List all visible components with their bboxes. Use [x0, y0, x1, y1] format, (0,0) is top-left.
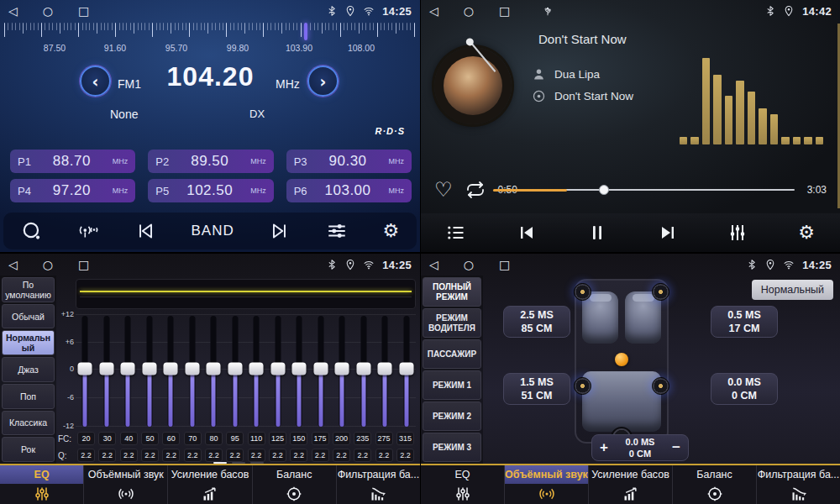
repeat-icon[interactable] — [465, 180, 486, 200]
favorite-heart-icon[interactable]: ♡ — [434, 180, 453, 200]
eq-band-slider[interactable] — [120, 314, 135, 428]
slider-thumb[interactable] — [164, 363, 178, 375]
eq-band-slider[interactable] — [142, 314, 157, 428]
sound-profile-button[interactable]: Нормальный — [752, 280, 833, 300]
recents-icon[interactable]: □ — [78, 259, 89, 270]
slider-thumb[interactable] — [335, 363, 349, 375]
previous-station-icon[interactable] — [134, 220, 156, 242]
tab-surround-sound[interactable]: Объёмный звук — [84, 465, 168, 504]
radio-preset-p5[interactable]: P5102.50MHz — [148, 179, 273, 202]
radio-preset-p4[interactable]: P497.20MHz — [10, 179, 135, 202]
listening-mode-button[interactable]: РЕЖИМ ВОДИТЕЛЯ — [423, 308, 481, 338]
back-icon[interactable]: ◁ — [8, 5, 18, 17]
previous-track-icon[interactable] — [517, 223, 537, 243]
seek-bar[interactable] — [530, 184, 795, 196]
eq-preset-button[interactable]: Нормальный — [2, 330, 55, 355]
back-icon[interactable]: ◁ — [8, 259, 18, 270]
rear-left-delay-badge[interactable]: 1.5 MS 51 CM — [503, 373, 570, 405]
eq-band-slider[interactable] — [291, 314, 307, 428]
radio-preset-p3[interactable]: P390.30MHz — [286, 150, 412, 173]
tab-eq[interactable]: EQ — [0, 465, 84, 504]
eq-band-slider[interactable] — [334, 314, 349, 428]
radio-preset-p2[interactable]: P289.50MHz — [148, 150, 273, 173]
mixer-icon[interactable] — [727, 223, 748, 243]
broadcast-scan-icon[interactable] — [77, 220, 99, 242]
front-right-speaker-icon[interactable] — [652, 283, 669, 301]
tab-balance[interactable]: Баланс — [253, 465, 337, 504]
tab-eq[interactable]: EQ — [421, 465, 505, 504]
listening-mode-button[interactable]: РЕЖИМ 3 — [423, 433, 481, 462]
tune-down-button[interactable]: ‹ — [80, 66, 111, 97]
recents-icon[interactable]: □ — [499, 259, 510, 270]
eq-preset-button[interactable]: Классика — [2, 411, 55, 436]
slider-thumb[interactable] — [142, 363, 156, 375]
tab-surround-sound[interactable]: Объёмный звук — [505, 465, 589, 504]
tab-filter[interactable]: Фильтрация ба... — [757, 465, 840, 504]
eq-band-slider[interactable] — [185, 314, 200, 428]
listening-mode-button[interactable]: РЕЖИМ 1 — [423, 370, 481, 400]
delay-decrease-button[interactable]: − — [664, 439, 688, 456]
eq-band-slider[interactable] — [356, 314, 371, 428]
slider-thumb[interactable] — [207, 363, 221, 375]
eq-band-slider[interactable] — [99, 314, 114, 428]
eq-preset-button[interactable]: Рок — [2, 437, 55, 462]
back-icon[interactable]: ◁ — [429, 5, 438, 17]
eq-band-slider[interactable] — [313, 314, 328, 428]
playlist-icon[interactable] — [446, 223, 466, 243]
seek-knob[interactable] — [599, 185, 609, 195]
slider-thumb[interactable] — [121, 363, 135, 375]
home-icon[interactable]: ○ — [464, 5, 474, 17]
tune-up-button[interactable]: › — [307, 66, 339, 97]
tab-bass-boost[interactable]: Усиление басов — [589, 465, 673, 504]
frequency-ruler[interactable]: 87.5091.6095.7099.80103.90108.00 — [0, 23, 420, 58]
home-icon[interactable]: ○ — [43, 5, 53, 17]
front-right-delay-badge[interactable]: 0.5 MS 17 CM — [711, 306, 778, 338]
listening-mode-button[interactable]: РЕЖИМ 2 — [423, 402, 481, 431]
front-left-speaker-icon[interactable] — [574, 283, 591, 301]
eq-band-slider[interactable] — [377, 314, 392, 428]
settings-gear-icon[interactable]: ⚙ — [382, 222, 399, 240]
slider-thumb[interactable] — [99, 363, 113, 375]
search-icon[interactable] — [21, 220, 43, 242]
slider-thumb[interactable] — [399, 363, 413, 375]
band-button[interactable]: BAND — [191, 223, 234, 239]
next-track-icon[interactable] — [658, 223, 678, 243]
next-station-icon[interactable] — [269, 220, 291, 242]
eq-band-slider[interactable] — [77, 314, 92, 428]
radio-preset-p1[interactable]: P188.70MHz — [10, 150, 135, 173]
delay-increase-button[interactable]: + — [592, 439, 616, 456]
rear-left-speaker-icon[interactable] — [574, 377, 591, 395]
eq-band-slider[interactable] — [249, 314, 264, 428]
pause-icon[interactable] — [587, 223, 607, 243]
eq-preset-button[interactable]: Обычай — [2, 304, 55, 329]
eq-preset-button[interactable]: По умолчанию — [2, 277, 55, 302]
slider-thumb[interactable] — [292, 363, 307, 375]
listening-position-marker[interactable] — [615, 353, 628, 366]
rear-right-delay-badge[interactable]: 0.0 MS 0 CM — [711, 373, 778, 405]
tab-bass-boost[interactable]: Усиление басов — [168, 465, 252, 504]
eq-band-slider[interactable] — [228, 314, 243, 428]
slider-thumb[interactable] — [356, 363, 370, 375]
settings-gear-icon[interactable]: ⚙ — [798, 223, 815, 242]
slider-thumb[interactable] — [313, 363, 328, 375]
radio-preset-p6[interactable]: P6103.00MHz — [286, 179, 412, 202]
eq-band-slider[interactable] — [270, 314, 286, 428]
front-left-delay-badge[interactable]: 2.5 MS 85 CM — [503, 306, 570, 338]
slider-thumb[interactable] — [228, 363, 242, 375]
rear-right-speaker-icon[interactable] — [652, 377, 669, 395]
slider-thumb[interactable] — [185, 363, 199, 375]
slider-thumb[interactable] — [378, 363, 392, 375]
slider-thumb[interactable] — [270, 363, 285, 375]
eq-band-slider[interactable] — [163, 314, 178, 428]
slider-thumb[interactable] — [78, 363, 92, 375]
equalizer-settings-icon[interactable] — [326, 220, 348, 242]
tab-balance[interactable]: Баланс — [673, 465, 757, 504]
home-icon[interactable]: ○ — [43, 259, 53, 270]
recents-icon[interactable]: □ — [499, 5, 510, 17]
eq-band-slider[interactable] — [399, 314, 414, 428]
tab-filter[interactable]: Фильтрация ба... — [337, 465, 420, 504]
slider-thumb[interactable] — [249, 363, 264, 375]
listening-mode-button[interactable]: ПАССАЖИР — [423, 339, 481, 369]
home-icon[interactable]: ○ — [464, 259, 474, 270]
recents-icon[interactable]: □ — [78, 5, 89, 17]
